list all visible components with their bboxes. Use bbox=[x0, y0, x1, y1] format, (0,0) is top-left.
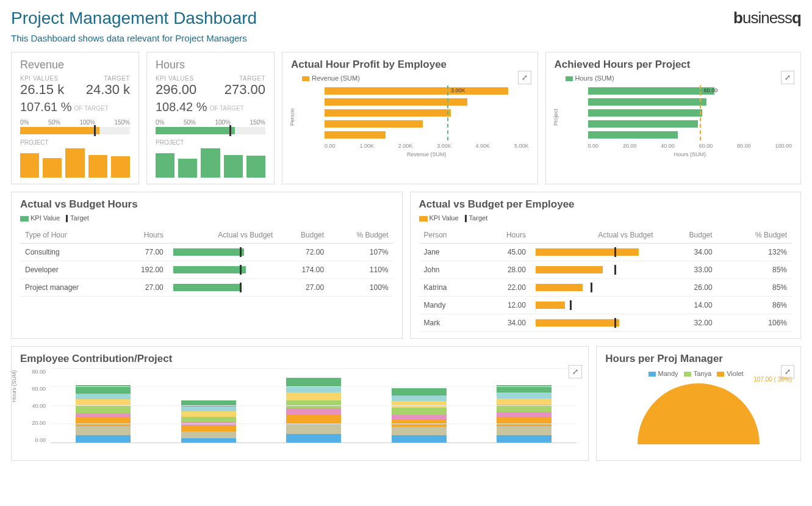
kpi-percent: 108.42 %OF TARGET bbox=[156, 98, 265, 114]
expand-icon[interactable]: ⤢ bbox=[518, 71, 531, 84]
stack-segment bbox=[392, 401, 447, 408]
x-tick: 40.00 bbox=[661, 143, 675, 149]
cell-pct: 106% bbox=[717, 314, 792, 332]
cell-budget: 33.00 bbox=[658, 261, 717, 279]
mini-bar bbox=[156, 153, 174, 178]
column-header[interactable]: Hours bbox=[118, 227, 168, 244]
cell-name: Mark bbox=[419, 314, 478, 332]
stack-segment bbox=[76, 435, 131, 443]
tick-label: 150% bbox=[114, 119, 130, 126]
hours-per-project-card: Achieved Hours per Project⤢Hours (SUM)Pr… bbox=[545, 52, 802, 184]
y-tick: 20.00 bbox=[32, 420, 46, 426]
cell-name: Katrina bbox=[419, 279, 478, 297]
x-tick: 2.00K bbox=[398, 143, 413, 149]
data-table: PersonHoursActual vs BudgetBudget% Budge… bbox=[419, 227, 792, 332]
tick-label: 50% bbox=[48, 119, 60, 126]
hbar-bar bbox=[325, 120, 423, 128]
stacked-bar-chart: 80.0060.0040.0020.000.00Hours (SUM) bbox=[20, 369, 580, 454]
cell-hours: 45.00 bbox=[478, 244, 531, 261]
mini-bar bbox=[246, 156, 265, 178]
pie-chart bbox=[638, 383, 760, 444]
y-tick: 80.00 bbox=[32, 369, 46, 375]
logo-businessq: businessq bbox=[733, 9, 801, 27]
stack-segment bbox=[76, 413, 131, 418]
expand-icon[interactable]: ⤢ bbox=[781, 71, 794, 84]
cell-pct: 85% bbox=[717, 279, 792, 297]
profit-by-employee-card: Actual Hour Profit by Employee⤢Revenue (… bbox=[282, 52, 538, 184]
stack-segment bbox=[76, 394, 131, 399]
bullet-cell bbox=[536, 266, 653, 273]
cell-hours: 77.00 bbox=[118, 244, 168, 261]
stack-segment bbox=[497, 426, 552, 435]
stack-segment bbox=[76, 426, 131, 435]
bullet-bar bbox=[20, 127, 130, 134]
target-value: 24.30 k bbox=[86, 82, 130, 98]
x-tick: 60.00 bbox=[699, 143, 713, 149]
bullet-bar bbox=[156, 127, 265, 134]
hbar-bar bbox=[588, 98, 706, 106]
kpi-percent: 107.61 %OF TARGET bbox=[20, 98, 130, 114]
stack-segment bbox=[181, 400, 236, 407]
bullet-cell bbox=[536, 284, 653, 291]
kpi-values-label: KPI VALUES bbox=[156, 75, 194, 82]
table-row: Katrina22.0026.0085% bbox=[419, 279, 792, 297]
bullet-cell bbox=[536, 319, 653, 327]
cell-budget: 26.00 bbox=[658, 279, 717, 297]
column-header[interactable]: Actual vs Budget bbox=[531, 227, 658, 244]
column-header[interactable]: Type of Hour bbox=[20, 227, 118, 244]
cell-hours: 28.00 bbox=[478, 261, 531, 279]
stack-segment bbox=[286, 400, 341, 409]
kpi-title: Hours bbox=[156, 59, 265, 71]
cell-hours: 27.00 bbox=[118, 279, 168, 297]
stack-segment bbox=[392, 408, 447, 415]
bullet-cell bbox=[173, 284, 273, 291]
x-axis-label: Hours (SUM) bbox=[588, 151, 792, 157]
column-header[interactable]: Budget bbox=[278, 227, 329, 244]
stack-segment bbox=[286, 424, 341, 435]
cell-budget: 34.00 bbox=[658, 244, 717, 261]
chart-legend: Hours (SUM) bbox=[566, 74, 792, 82]
y-axis-label: Person bbox=[289, 109, 295, 126]
y-tick: 40.00 bbox=[32, 403, 46, 409]
stack-segment bbox=[286, 386, 341, 393]
stack-segment bbox=[286, 434, 341, 443]
hbar-bar bbox=[588, 131, 678, 139]
table-title: Actual vs Budget Hours bbox=[20, 198, 393, 211]
bullet-cell bbox=[173, 248, 273, 256]
reference-line bbox=[700, 85, 701, 140]
mini-bar bbox=[178, 159, 197, 178]
x-tick: 3.00K bbox=[437, 143, 451, 149]
chart-legend: Revenue (SUM) bbox=[302, 74, 529, 82]
mini-bar bbox=[65, 148, 84, 178]
column-header[interactable]: % Budget bbox=[329, 227, 393, 244]
column-header[interactable]: Actual vs Budget bbox=[168, 227, 278, 244]
hbar-bar bbox=[325, 109, 451, 117]
page-title: Project Management Dashboard bbox=[11, 9, 257, 28]
stacked-bar bbox=[497, 385, 552, 443]
table-legend: KPI ValueTarget bbox=[20, 214, 393, 222]
stack-segment bbox=[392, 396, 447, 401]
stack-segment bbox=[497, 412, 552, 417]
x-tick: 20.00 bbox=[623, 143, 637, 149]
kpi-value: 26.15 k bbox=[20, 82, 64, 98]
reference-label: 60.00 bbox=[702, 87, 720, 94]
column-header[interactable]: % Budget bbox=[717, 227, 792, 244]
column-header[interactable]: Budget bbox=[658, 227, 717, 244]
table-title: Actual vs Budget per Employee bbox=[419, 198, 792, 211]
table-row: Consulting77.0072.00107% bbox=[20, 244, 393, 261]
mini-bar bbox=[224, 155, 243, 178]
stack-segment bbox=[497, 399, 552, 405]
mini-bar bbox=[20, 153, 39, 178]
stack-segment bbox=[286, 392, 341, 400]
chart-title: Achieved Hours per Project bbox=[555, 59, 792, 71]
column-header[interactable]: Hours bbox=[478, 227, 531, 244]
hbar-bar bbox=[325, 131, 386, 139]
table-row: Developer192.00174.00110% bbox=[20, 261, 393, 279]
tick-label: 0% bbox=[20, 119, 29, 126]
x-tick: 0.00 bbox=[325, 143, 336, 149]
contribution-card: Employee Contribution/Project⤢80.0060.00… bbox=[11, 346, 589, 461]
reference-line bbox=[447, 85, 448, 140]
column-header[interactable]: Person bbox=[419, 227, 478, 244]
cell-budget: 72.00 bbox=[278, 244, 329, 261]
hbar-bar bbox=[588, 87, 714, 95]
